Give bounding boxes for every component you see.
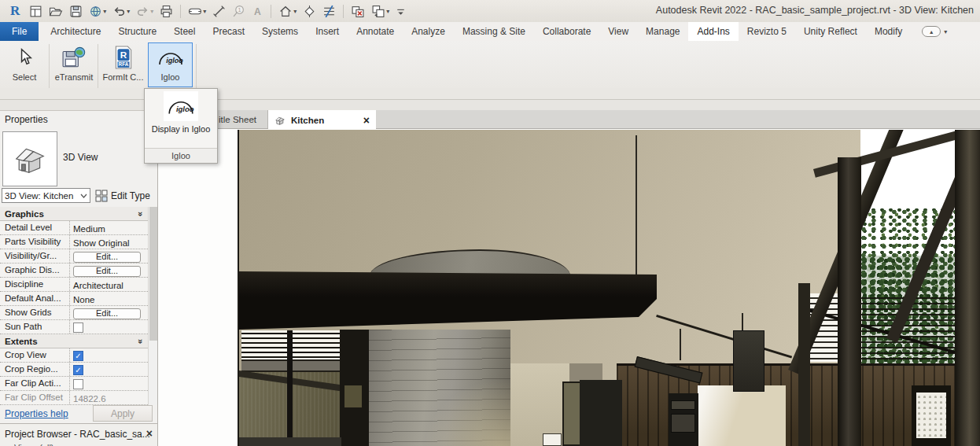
formit-rfa-icon: RRFA <box>113 43 134 72</box>
etransmit-icon <box>62 43 86 72</box>
type-selector-dropdown[interactable]: 3D View: Kitchen <box>2 188 90 203</box>
ribbon-tab-collaborate[interactable]: Collaborate <box>534 22 599 41</box>
ribbon-tab-steel[interactable]: Steel <box>165 22 204 41</box>
igloo-panel-flyout: igloo Display in Igloo Igloo <box>144 88 218 164</box>
properties-palette-icon[interactable] <box>27 2 45 20</box>
chevron-down-icon: ▾ <box>203 8 206 15</box>
open-file-icon[interactable] <box>46 2 65 20</box>
section-header-graphics[interactable]: Graphics » <box>0 207 148 221</box>
ribbon-tab-annotate[interactable]: Annotate <box>348 22 403 41</box>
palette-title: Properties <box>5 114 48 125</box>
close-inactive-views-icon[interactable] <box>348 2 367 20</box>
panel-separator <box>196 44 197 88</box>
etransmit-button[interactable]: eTransmit <box>52 42 96 87</box>
chevron-down-icon: ▾ <box>293 8 297 15</box>
aligned-dimension-icon[interactable] <box>210 2 228 20</box>
print-icon[interactable] <box>157 2 175 20</box>
ribbon-tab-modify[interactable]: Modify <box>866 22 911 41</box>
measure-icon[interactable]: ▾ <box>186 2 208 20</box>
edit-button[interactable]: Edit... <box>73 308 141 319</box>
section-header-extents[interactable]: Extents » <box>0 334 148 348</box>
ribbon-tab-file[interactable]: File <box>0 22 39 41</box>
property-row-default-analysis: Default Anal... None <box>0 292 148 306</box>
checkmark-icon: ✓ <box>75 352 81 360</box>
ribbon-display-toggle[interactable]: ▲ ▾ <box>922 22 947 41</box>
chevron-down-icon <box>80 194 87 198</box>
apply-button[interactable]: Apply <box>93 405 153 422</box>
close-view-icon[interactable]: × <box>363 114 370 127</box>
edit-button[interactable]: Edit... <box>73 266 141 277</box>
igloo-button[interactable]: igloo Igloo <box>148 42 193 87</box>
igloo-icon: igloo <box>157 43 185 72</box>
ribbon-tab-architecture[interactable]: Architecture <box>42 22 109 41</box>
ribbon-tab-systems[interactable]: Systems <box>253 22 307 41</box>
collapse-section-icon: » <box>136 211 146 216</box>
formit-converter-button[interactable]: RRFA FormIt C... <box>100 42 146 87</box>
render-pendant-rod <box>636 135 637 277</box>
revit-window: R ▾ ▾ ▾ <box>0 0 980 446</box>
undo-icon[interactable]: ▾ <box>110 2 132 20</box>
ribbon-tab-massing-site[interactable]: Massing & Site <box>454 22 534 41</box>
collapse-section-icon: » <box>136 338 146 343</box>
property-row-detail-level: Detail Level Medium <box>0 221 148 235</box>
render-counter-edge <box>239 437 341 446</box>
view-tab-bar: itle Sheet Kitchen × <box>158 110 980 129</box>
select-button[interactable]: Select <box>2 42 46 87</box>
button-label: Igloo <box>161 72 180 82</box>
property-row-far-clip-offset: Far Clip Offset 14822.6 <box>0 391 148 405</box>
igloo-icon: igloo <box>164 91 198 121</box>
default-3d-view-icon[interactable]: ▾ <box>276 2 299 20</box>
svg-text:1: 1 <box>238 6 241 13</box>
revit-logo-icon[interactable]: R <box>5 2 25 20</box>
properties-help-link[interactable]: Properties help <box>5 408 68 419</box>
section-icon[interactable] <box>300 2 319 20</box>
ribbon-tab-manage[interactable]: Manage <box>637 22 688 41</box>
sun-path-checkbox[interactable] <box>73 323 83 333</box>
ribbon-tab-add-ins[interactable]: Add-Ins <box>688 22 738 41</box>
chevron-down-icon: ▾ <box>103 8 106 15</box>
3d-view-house-icon <box>274 116 286 125</box>
ribbon-tab-view[interactable]: View <box>599 22 637 41</box>
thin-lines-icon[interactable] <box>320 2 338 20</box>
project-browser-title: Project Browser - RAC_basic_sa... <box>5 429 150 440</box>
chevron-down-icon: ▾ <box>127 8 130 15</box>
panel-title: Igloo <box>145 148 217 163</box>
ribbon-tab-analyze[interactable]: Analyze <box>403 22 454 41</box>
toolbar-separator <box>343 5 344 18</box>
redo-icon[interactable]: ▾ <box>134 2 156 20</box>
properties-table: Graphics » Detail Level Medium Parts Vis… <box>0 207 148 405</box>
chevron-down-icon: ▾ <box>944 28 947 35</box>
render-kitchen-backwall <box>698 385 786 446</box>
ribbon-tab-precast[interactable]: Precast <box>204 22 253 41</box>
quick-access-toolbar: R ▾ ▾ ▾ <box>0 2 408 20</box>
edit-type-button[interactable]: Edit Type <box>95 188 150 203</box>
far-clip-active-checkbox[interactable] <box>73 379 83 389</box>
render-oven-face <box>671 400 695 410</box>
project-browser-panel: Project Browser - RAC_basic_sa... × View… <box>0 423 158 446</box>
ribbon-tab-structure[interactable]: Structure <box>109 22 165 41</box>
customize-quick-access-toolbar-icon[interactable] <box>393 2 408 20</box>
view-tab-kitchen[interactable]: Kitchen × <box>268 110 376 130</box>
edit-button[interactable]: Edit... <box>73 252 141 263</box>
save-icon[interactable] <box>67 2 85 20</box>
display-in-igloo-button[interactable]: igloo Display in Igloo <box>145 91 217 134</box>
crop-region-checkbox[interactable]: ✓ <box>73 365 83 375</box>
tag-by-category-icon[interactable]: 1 <box>230 2 248 20</box>
3d-view-viewport[interactable] <box>238 130 980 446</box>
properties-scrollbar[interactable] <box>148 207 157 405</box>
ribbon-tab-insert[interactable]: Insert <box>307 22 348 41</box>
sync-with-central-icon[interactable]: ▾ <box>87 2 109 20</box>
close-icon[interactable]: × <box>146 427 153 440</box>
render-oven-face <box>671 414 695 433</box>
project-browser-tree-item[interactable]: Views (all) <box>14 443 156 446</box>
scrollbar-thumb[interactable] <box>149 207 157 341</box>
render-window-mullion <box>287 330 293 446</box>
switch-windows-icon[interactable]: ▾ <box>369 2 392 20</box>
ribbon-tab-revizto[interactable]: Revizto 5 <box>739 22 795 41</box>
crop-view-checkbox[interactable]: ✓ <box>73 351 83 361</box>
ribbon-tab-unity-reflect[interactable]: Unity Reflect <box>795 22 866 41</box>
window-title: Autodesk Revit 2022 - RAC_basic_sample_p… <box>656 5 974 16</box>
type-preview[interactable] <box>2 131 57 186</box>
render-frame-inset <box>344 385 362 407</box>
text-icon[interactable]: A <box>249 2 266 20</box>
